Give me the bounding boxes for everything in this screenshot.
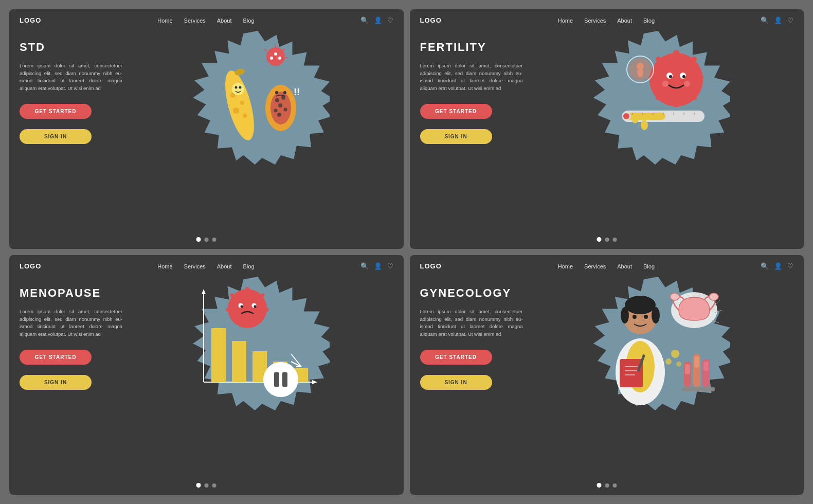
svg-point-21 (274, 52, 277, 56)
nav-home-fertility[interactable]: Home (558, 17, 573, 24)
menopause-svg (188, 282, 327, 405)
heart-icon-fertility[interactable]: ♡ (787, 16, 793, 24)
nav-menopause: LOGO Home Services About Blog 🔍 👤 ♡ (9, 255, 404, 274)
title-fertility: FERTILITY (420, 41, 523, 54)
illustration-gynecology (523, 279, 794, 408)
svg-marker-62 (202, 289, 206, 294)
logo-std: LOGO (20, 16, 41, 24)
dot-3-menopause[interactable] (212, 483, 216, 488)
title-gynecology: GYNECOLOGY (420, 286, 523, 300)
nav-blog-fertility[interactable]: Blog (643, 17, 655, 24)
btn-get-started-std[interactable]: GET STARTED (20, 104, 92, 119)
logo-fertility: LOGO (420, 16, 442, 24)
svg-point-15 (284, 108, 287, 112)
dot-2-fertility[interactable] (605, 238, 609, 242)
btn-get-started-menopause[interactable]: GET STARTED (20, 350, 92, 365)
user-icon[interactable]: 👤 (374, 16, 382, 24)
nav-about-std[interactable]: About (217, 17, 232, 24)
logo-gynecology: LOGO (420, 262, 442, 270)
nav-about-fertility[interactable]: About (617, 17, 632, 24)
svg-point-11 (275, 98, 279, 102)
dot-3-fertility[interactable] (612, 238, 617, 242)
nav-blog-menopause[interactable]: Blog (243, 263, 255, 269)
heart-icon[interactable]: ♡ (387, 16, 393, 24)
svg-point-87 (621, 307, 629, 323)
svg-line-101 (712, 320, 719, 323)
nav-fertility: LOGO Home Services About Blog 🔍 👤 ♡ (410, 9, 804, 28)
btn-get-started-fertility[interactable]: GET STARTED (420, 104, 492, 119)
svg-point-7 (239, 86, 242, 89)
svg-point-88 (652, 307, 660, 323)
dot-1-std[interactable] (196, 237, 201, 242)
svg-point-111 (676, 362, 681, 367)
content-fertility: FERTILITY Lorem ipsum dolor sit amet, co… (410, 28, 804, 249)
dots-fertility (597, 237, 617, 242)
card-std: LOGO Home Services About Blog 🔍 👤 ♡ STD … (9, 9, 404, 249)
svg-rect-105 (694, 356, 699, 368)
nav-links-fertility: Home Services About Blog (452, 17, 761, 24)
search-icon-menopause[interactable]: 🔍 (360, 262, 369, 270)
btn-sign-in-gynecology[interactable]: SIGN IN (420, 375, 492, 390)
card-fertility: LOGO Home Services About Blog 🔍 👤 ♡ FERT… (410, 9, 804, 249)
user-icon-gynecology[interactable]: 👤 (774, 262, 782, 270)
svg-point-79 (263, 362, 298, 397)
heart-icon-menopause[interactable]: ♡ (387, 262, 393, 270)
svg-point-42 (656, 57, 661, 62)
btn-sign-in-fertility[interactable]: SIGN IN (420, 129, 492, 144)
dot-2-menopause[interactable] (205, 483, 209, 488)
svg-point-18 (283, 91, 286, 94)
nav-services-fertility[interactable]: Services (584, 17, 606, 24)
svg-point-13 (278, 103, 282, 107)
dot-2-std[interactable] (205, 238, 209, 242)
btn-sign-in-std[interactable]: SIGN IN (20, 129, 92, 144)
dot-1-menopause[interactable] (196, 483, 201, 488)
dots-std (196, 237, 216, 242)
dot-3-gynecology[interactable] (612, 483, 617, 488)
dot-2-gynecology[interactable] (605, 483, 609, 488)
dot-1-fertility[interactable] (597, 237, 601, 242)
nav-blog-std[interactable]: Blog (243, 17, 255, 24)
nav-services-gynecology[interactable]: Services (584, 263, 606, 269)
btn-get-started-gynecology[interactable]: GET STARTED (420, 350, 492, 365)
user-icon-menopause[interactable]: 👤 (374, 262, 382, 270)
svg-point-4 (243, 114, 247, 118)
left-section-fertility: FERTILITY Lorem ipsum dolor sit amet, co… (420, 33, 523, 144)
dot-3-std[interactable] (212, 238, 216, 242)
svg-point-17 (275, 91, 278, 94)
svg-point-37 (698, 75, 703, 80)
nav-icons-std: 🔍 👤 ♡ (360, 16, 393, 24)
nav-icons-fertility: 🔍 👤 ♡ (761, 16, 793, 24)
svg-point-46 (637, 68, 643, 77)
search-icon-fertility[interactable]: 🔍 (761, 16, 769, 24)
nav-links-std: Home Services About Blog (51, 17, 360, 24)
user-icon-fertility[interactable]: 👤 (774, 16, 782, 24)
dots-gynecology (597, 483, 617, 488)
svg-point-10 (270, 92, 291, 124)
svg-rect-103 (685, 364, 690, 374)
nav-gynecology: LOGO Home Services About Blog 🔍 👤 ♡ (410, 255, 804, 274)
heart-icon-gynecology[interactable]: ♡ (787, 262, 793, 270)
nav-home-menopause[interactable]: Home (157, 263, 172, 269)
nav-about-menopause[interactable]: About (217, 263, 232, 269)
content-menopause: MENOPAUSE Lorem ipsum dolor sit amet, co… (9, 274, 404, 495)
svg-point-32 (682, 75, 685, 78)
nav-home-std[interactable]: Home (157, 17, 172, 24)
title-std: STD (20, 41, 122, 54)
search-icon[interactable]: 🔍 (360, 16, 369, 24)
btn-sign-in-menopause[interactable]: SIGN IN (20, 375, 92, 390)
dot-1-gynecology[interactable] (597, 483, 601, 488)
nav-services-std[interactable]: Services (184, 17, 206, 24)
nav-services-menopause[interactable]: Services (184, 263, 206, 269)
svg-point-59 (641, 120, 648, 130)
nav-home-gynecology[interactable]: Home (558, 263, 573, 269)
svg-rect-64 (211, 328, 226, 382)
search-icon-gynecology[interactable]: 🔍 (761, 262, 769, 270)
nav-about-gynecology[interactable]: About (617, 263, 632, 269)
svg-point-6 (235, 86, 238, 89)
left-section-gynecology: GYNECOLOGY Lorem ipsum dolor sit amet, c… (420, 279, 523, 390)
svg-point-31 (669, 75, 672, 78)
nav-blog-gynecology[interactable]: Blog (643, 263, 655, 269)
svg-point-72 (241, 305, 243, 308)
svg-point-23 (278, 57, 281, 60)
svg-point-0 (220, 68, 260, 143)
